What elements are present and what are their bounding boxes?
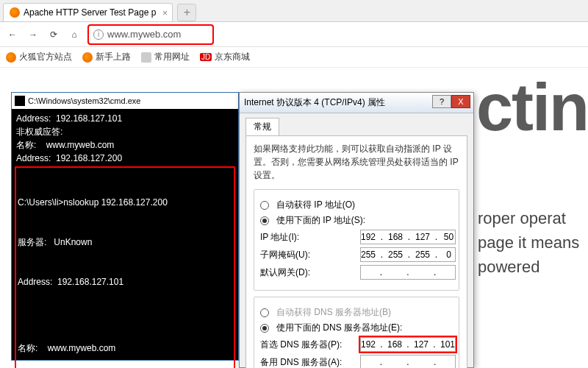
browser-tab[interactable]: Apache HTTP Server Test Page p × [3,3,173,21]
dialog-title: Internet 协议版本 4 (TCP/IPv4) 属性 [244,96,385,109]
cmd-body[interactable]: Address: 192.168.127.101 非权威应答: 名称: www.… [12,109,238,368]
dialog-tabs: 常规 [240,113,473,135]
dialog-content: 如果网络支持此功能，则可以获取自动指派的 IP 设置。否则，您需要从网络系统管理… [245,135,467,368]
bookmark-item[interactable]: 新手上路 [82,51,131,63]
cmd-line: C:\Users\li>nslookup 192.168.127.200 [18,196,232,209]
tab-title: Apache HTTP Server Test Page p [24,7,156,18]
cmd-line: Address: 192.168.127.200 [16,152,234,165]
highlight-box: C:\Users\li>nslookup 192.168.127.200 服务器… [15,166,235,368]
new-tab-button[interactable]: + [177,4,196,21]
page-icon [10,7,20,18]
cmd-line: 名称: www.myweb.com [18,342,232,355]
radio-use-dns[interactable] [260,324,269,333]
radio-use-ip[interactable] [260,216,269,225]
radio-label: 自动获得 DNS 服务器地址(B) [276,306,391,319]
radio-label: 使用下面的 DNS 服务器地址(E): [276,322,402,334]
info-icon[interactable]: i [93,29,104,40]
dns2-input[interactable]: ... [360,355,456,368]
radio-auto-dns[interactable] [260,308,269,317]
nav-toolbar: ← → ⟳ ⌂ i www.myweb.com [0,22,588,47]
cmd-line: Address: 192.168.127.101 [18,275,232,289]
folder-icon [141,52,151,63]
radio-label: 使用下面的 IP 地址(S): [276,214,365,227]
dns1-input[interactable]: 192.168.127.101 [360,337,456,352]
cmd-icon [15,96,25,106]
bookmark-label: 京东商城 [215,51,250,63]
cmd-line: 非权威应答: [16,125,234,138]
ip-group: 自动获得 IP 地址(O) 使用下面的 IP 地址(S): IP 地址(I): … [254,189,459,291]
firefox-icon [82,52,93,63]
bookmark-label: 新手上路 [96,51,131,63]
home-icon[interactable]: ⌂ [68,28,81,41]
label-mask: 子网掩码(U): [260,249,356,261]
back-icon[interactable]: ← [6,28,19,41]
cmd-titlebar[interactable]: C:\Windows\system32\cmd.exe [12,93,238,109]
label-gateway: 默认网关(D): [260,266,356,279]
close-tab-icon[interactable]: × [162,7,168,18]
bookmark-label: 火狐官方站点 [19,51,72,63]
dns-group: 自动获得 DNS 服务器地址(B) 使用下面的 DNS 服务器地址(E): 首选… [254,297,459,368]
url-text: www.myweb.com [107,29,181,40]
bookmarks-bar: 火狐官方站点 新手上路 常用网址 JD京东商城 [0,47,588,68]
label-dns2: 备用 DNS 服务器(A): [260,356,356,369]
bookmark-item[interactable]: JD京东商城 [200,51,250,63]
background-heading: ctin [476,70,588,146]
radio-auto-ip[interactable] [260,201,269,210]
cmd-window: C:\Windows\system32\cmd.exe Address: 192… [11,92,239,361]
dialog-titlebar[interactable]: Internet 协议版本 4 (TCP/IPv4) 属性 ? X [240,93,473,113]
firefox-icon [6,52,16,63]
close-button[interactable]: X [451,95,470,108]
bookmark-label: 常用网址 [154,51,190,63]
cmd-line: Address: 192.168.127.101 [16,112,234,125]
label-dns1: 首选 DNS 服务器(P): [260,339,356,351]
help-button[interactable]: ? [432,95,451,108]
jd-icon: JD [200,53,212,61]
label-ip: IP 地址(I): [260,231,356,244]
window-buttons: ? X [432,95,470,108]
gateway-input[interactable]: ... [360,265,456,280]
ip-input[interactable]: 192.168.127.50 [360,230,456,244]
tcpip-dialog: Internet 协议版本 4 (TCP/IPv4) 属性 ? X 常规 如果网… [239,92,474,368]
tab-general[interactable]: 常规 [245,118,279,135]
cmd-line: 服务器: UnKnown [18,236,232,249]
background-text: roper operatpage it meanspowered [478,206,588,279]
forward-icon[interactable]: → [26,28,40,41]
radio-label: 自动获得 IP 地址(O) [276,199,355,211]
cmd-line: 名称: www.myweb.com [16,138,234,152]
reload-icon[interactable]: ⟳ [47,28,60,41]
bookmark-item[interactable]: 火狐官方站点 [6,51,72,63]
cmd-title-text: C:\Windows\system32\cmd.exe [28,96,140,105]
url-bar[interactable]: i www.myweb.com [88,25,213,44]
mask-input[interactable]: 255.255.255.0 [360,247,456,262]
dialog-note: 如果网络支持此功能，则可以获取自动指派的 IP 设置。否则，您需要从网络系统管理… [254,142,459,182]
tab-strip: Apache HTTP Server Test Page p × + [0,0,588,22]
bookmark-item[interactable]: 常用网址 [141,51,190,63]
